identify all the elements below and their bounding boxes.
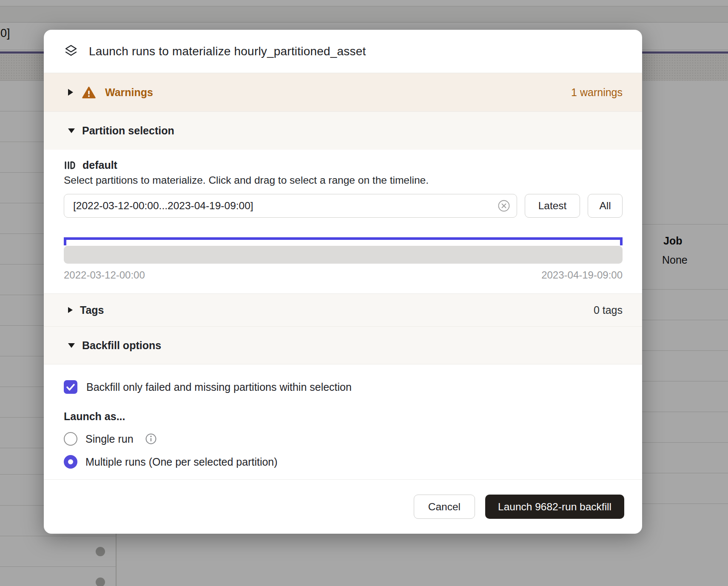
partition-set-icon [64, 159, 75, 171]
backfill-only-failed-checkbox[interactable] [64, 380, 77, 394]
launch-backfill-dialog: Launch runs to materialize hourly_partit… [44, 30, 642, 534]
partition-timeline[interactable] [64, 237, 623, 264]
multiple-runs-radio[interactable] [64, 455, 77, 469]
caret-right-icon [68, 307, 73, 313]
backfill-options-body: Backfill only failed and missing partiti… [44, 364, 642, 479]
backfill-options-label: Backfill options [82, 339, 161, 352]
dialog-footer: Cancel Launch 9682-run backfill [44, 479, 642, 534]
caret-right-icon [68, 89, 73, 96]
info-icon[interactable] [145, 433, 157, 445]
partition-selection-label: Partition selection [82, 125, 174, 137]
multiple-runs-label: Multiple runs (One per selected partitio… [85, 456, 278, 468]
timeline-partitions-bar[interactable] [64, 246, 623, 264]
single-run-radio[interactable] [64, 432, 77, 446]
backfill-options-section-header[interactable]: Backfill options [44, 326, 642, 364]
caret-down-icon [68, 128, 75, 133]
warnings-count: 1 warnings [571, 86, 623, 99]
partition-range-input[interactable] [64, 194, 517, 218]
warnings-section-header[interactable]: Warnings 1 warnings [44, 73, 642, 111]
tags-section-header[interactable]: Tags 0 tags [44, 293, 642, 326]
partition-set-name: default [82, 159, 117, 171]
backfill-only-failed-label: Backfill only failed and missing partiti… [86, 381, 352, 393]
materialize-icon [63, 43, 79, 60]
warnings-label: Warnings [105, 86, 153, 99]
latest-button[interactable]: Latest [525, 194, 580, 218]
timeline-end-label: 2023-04-19-09:00 [541, 269, 623, 281]
cancel-button[interactable]: Cancel [414, 495, 475, 519]
timeline-selection-end-tick [620, 237, 623, 245]
single-run-label: Single run [85, 433, 134, 445]
partition-selection-section-header[interactable]: Partition selection [44, 111, 642, 150]
timeline-selection-start-tick [64, 237, 66, 245]
warning-icon [82, 86, 96, 99]
dialog-title: Launch runs to materialize hourly_partit… [89, 45, 366, 58]
tags-label: Tags [80, 304, 104, 316]
screen: 0] Job None [0, 0, 728, 586]
launch-as-label: Launch as... [64, 410, 623, 423]
tags-count: 0 tags [594, 304, 623, 316]
launch-backfill-button[interactable]: Launch 9682-run backfill [485, 495, 624, 519]
partition-selection-description: Select partitions to materialize. Click … [64, 174, 623, 187]
timeline-selection-line [64, 237, 623, 240]
dialog-header: Launch runs to materialize hourly_partit… [44, 30, 642, 73]
all-button[interactable]: All [588, 194, 623, 218]
timeline-start-label: 2022-03-12-00:00 [64, 269, 145, 281]
clear-input-icon[interactable] [498, 199, 510, 212]
caret-down-icon [68, 343, 75, 348]
partition-selection-body: default Select partitions to materialize… [44, 150, 642, 293]
